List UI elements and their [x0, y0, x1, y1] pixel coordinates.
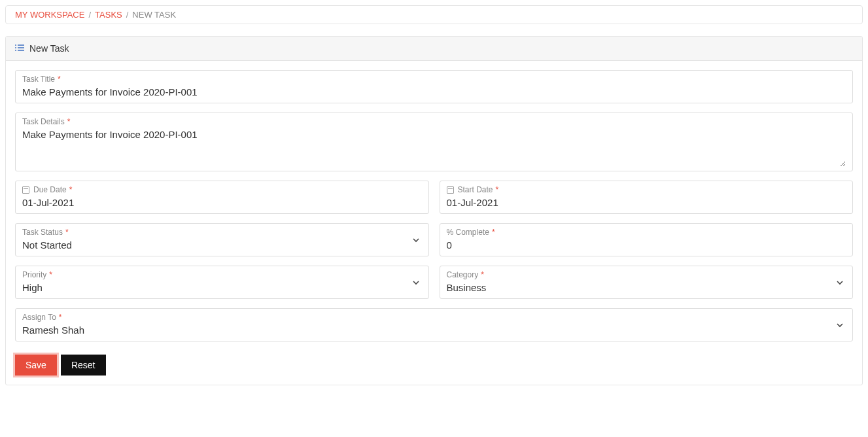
due-date-label: Due Date*: [22, 185, 422, 194]
calendar-icon: [22, 186, 29, 194]
task-details-label: Task Details*: [22, 117, 846, 126]
chevron-down-icon: [835, 321, 844, 330]
start-date-input[interactable]: [447, 196, 846, 209]
start-date-field-wrapper: Start Date*: [440, 181, 854, 214]
percent-complete-input[interactable]: [447, 238, 846, 252]
task-status-value: [22, 238, 406, 252]
task-details-field-wrapper: Task Details*: [15, 113, 853, 171]
task-title-input[interactable]: [22, 85, 846, 99]
chevron-down-icon: [835, 278, 844, 287]
priority-select[interactable]: Priority*: [15, 266, 429, 299]
priority-value: [22, 281, 406, 294]
reset-button[interactable]: Reset: [61, 355, 106, 376]
task-title-label: Task Title*: [22, 75, 846, 84]
percent-complete-label: % Complete*: [447, 228, 846, 237]
task-title-field-wrapper: Task Title*: [15, 70, 853, 103]
assign-to-label: Assign To*: [22, 313, 830, 322]
start-date-label: Start Date*: [447, 185, 846, 194]
form-body: Task Title* Task Details*: [6, 61, 862, 385]
breadcrumb-current: NEW TASK: [132, 10, 176, 20]
due-date-field-wrapper: Due Date*: [15, 181, 429, 214]
assign-to-value: [22, 323, 830, 337]
form-actions: Save Reset: [15, 355, 853, 376]
assign-to-select[interactable]: Assign To*: [15, 308, 853, 341]
percent-complete-field-wrapper: % Complete*: [440, 223, 854, 256]
calendar-icon: [447, 186, 454, 194]
panel-title: New Task: [29, 43, 69, 54]
category-label: Category*: [447, 270, 831, 279]
task-status-select[interactable]: Task Status*: [15, 223, 429, 256]
task-status-label: Task Status*: [22, 228, 406, 237]
breadcrumb-separator: /: [88, 10, 91, 20]
chevron-down-icon: [411, 278, 421, 287]
breadcrumb: MY WORKSPACE / TASKS / NEW TASK: [5, 5, 863, 24]
breadcrumb-tasks[interactable]: TASKS: [95, 10, 122, 20]
chevron-down-icon: [411, 236, 421, 245]
priority-label: Priority*: [22, 270, 406, 279]
category-select[interactable]: Category*: [440, 266, 854, 299]
due-date-input[interactable]: [22, 196, 422, 209]
panel-header: New Task: [6, 37, 862, 61]
breadcrumb-my-workspace[interactable]: MY WORKSPACE: [15, 10, 84, 20]
breadcrumb-separator: /: [126, 10, 129, 20]
new-task-panel: New Task Task Title* Task Details*: [5, 36, 863, 385]
save-button[interactable]: Save: [15, 355, 57, 376]
category-value: [447, 281, 831, 294]
task-details-input[interactable]: [22, 128, 846, 167]
list-icon: [15, 44, 24, 53]
